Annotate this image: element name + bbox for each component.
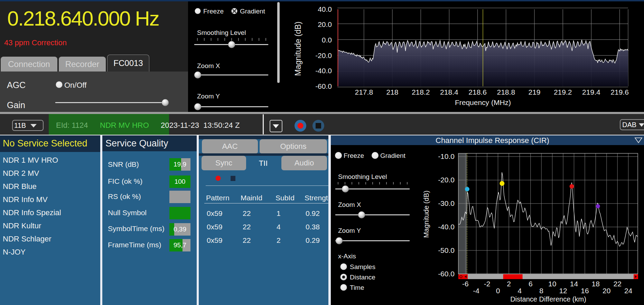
svg-text:12: 12 [559,287,567,295]
svg-text:18: 18 [592,280,600,288]
svg-text:-4: -4 [473,287,479,295]
svg-text:20.0: 20.0 [318,20,332,28]
svg-text:40.0: 40.0 [318,5,332,13]
svg-text:-20.0: -20.0 [315,51,332,59]
svg-text:Frequency (MHz): Frequency (MHz) [455,98,511,106]
svg-text:Distance Difference (km): Distance Difference (km) [510,295,586,303]
svg-text:-40.0: -40.0 [438,223,455,231]
svg-text:22: 22 [614,280,622,288]
svg-text:2: 2 [507,280,511,288]
svg-text:218: 218 [386,88,398,96]
svg-text:218.6: 218.6 [468,88,487,96]
svg-text:-20.0: -20.0 [438,176,455,184]
svg-text:-60.0: -60.0 [315,82,332,90]
svg-text:0.0: 0.0 [322,36,332,44]
svg-text:-60.0: -60.0 [438,270,455,278]
svg-text:-6: -6 [462,280,469,288]
svg-text:6: 6 [529,280,533,288]
svg-text:-10.0: -10.0 [438,152,455,160]
svg-text:217.8: 217.8 [355,88,373,96]
svg-text:8: 8 [539,287,543,295]
svg-text:20: 20 [603,287,610,295]
svg-text:-50.0: -50.0 [438,246,455,254]
svg-text:Magnitude (dB): Magnitude (dB) [293,21,302,76]
svg-text:218.4: 218.4 [440,88,458,96]
svg-text:219.4: 219.4 [582,88,600,96]
svg-text:219.2: 219.2 [554,88,572,96]
svg-text:219.6: 219.6 [610,88,629,96]
svg-text:14: 14 [570,280,578,288]
svg-text:10: 10 [548,280,556,288]
svg-text:218.2: 218.2 [412,88,430,96]
svg-text:24: 24 [624,287,633,295]
svg-text:0: 0 [496,287,500,295]
svg-text:-30.0: -30.0 [438,199,455,207]
svg-text:218.8: 218.8 [497,88,515,96]
svg-text:219: 219 [528,88,540,96]
svg-text:16: 16 [581,287,589,295]
svg-text:4: 4 [518,287,522,295]
svg-text:Magnitude (dB): Magnitude (dB) [422,191,430,238]
svg-text:-2: -2 [484,280,491,288]
svg-text:-40.0: -40.0 [315,67,332,75]
